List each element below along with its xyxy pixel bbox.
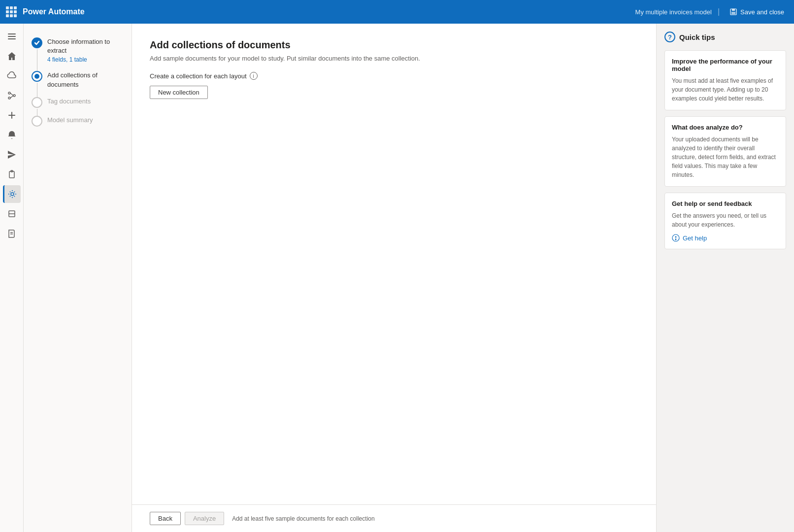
- svg-rect-5: [8, 38, 16, 39]
- tip-card-1: Improve the performance of your model Yo…: [664, 50, 786, 110]
- app-title: Power Automate: [23, 7, 85, 16]
- sidebar-clipboard-button[interactable]: [3, 166, 21, 183]
- page-subtitle: Add sample documents for your model to s…: [150, 55, 638, 62]
- sidebar-scan-button[interactable]: [3, 205, 21, 223]
- bottom-bar: Back Analyze Add at least five sample do…: [132, 504, 656, 532]
- analyze-button: Analyze: [185, 512, 224, 525]
- save-close-button[interactable]: Save and close: [726, 6, 788, 18]
- sidebar-send-button[interactable]: [3, 146, 21, 164]
- step-3-circle: [32, 97, 42, 108]
- svg-line-10: [10, 96, 13, 98]
- step-3-text: Tag documents: [47, 97, 124, 106]
- waffle-icon[interactable]: [6, 6, 17, 17]
- tip-card-3-text: Get the answers you need, or tell us abo…: [672, 211, 779, 229]
- step-1-sub: 4 fields, 1 table: [47, 56, 124, 63]
- info-icon[interactable]: i: [250, 72, 258, 80]
- sidebar-menu-button[interactable]: [3, 28, 21, 45]
- sidebar-icons: [0, 24, 24, 532]
- step-1-name: Choose information to extract: [47, 37, 124, 55]
- topbar-right: My multiple invoices model | Save and cl…: [635, 6, 788, 18]
- tip-card-3: Get help or send feedback Get the answer…: [664, 193, 786, 249]
- section-label-text: Create a collection for each layout: [150, 72, 247, 80]
- tip-card-2: What does analyze do? Your uploaded docu…: [664, 116, 786, 187]
- tip-card-3-title: Get help or send feedback: [672, 200, 779, 207]
- step-3-name: Tag documents: [47, 97, 124, 106]
- step-2-name: Add collections of documents: [47, 71, 124, 89]
- svg-point-15: [11, 193, 14, 196]
- app-grid: Power Automate: [6, 6, 85, 17]
- topbar-separator: |: [718, 7, 720, 16]
- save-icon: [729, 8, 737, 16]
- svg-rect-13: [9, 171, 14, 178]
- svg-rect-22: [675, 238, 676, 240]
- svg-rect-12: [8, 115, 15, 116]
- content-main: Add collections of documents Add sample …: [132, 24, 656, 504]
- tip-card-2-title: What does analyze do?: [672, 124, 779, 131]
- tip-card-2-text: Your uploaded documents will be analyzed…: [672, 135, 779, 179]
- svg-rect-1: [732, 9, 735, 11]
- svg-point-8: [8, 97, 10, 99]
- svg-rect-2: [731, 12, 735, 14]
- svg-rect-4: [8, 36, 16, 37]
- step-2-circle: [32, 71, 42, 82]
- new-collection-button[interactable]: New collection: [150, 86, 208, 99]
- topbar: Power Automate My multiple invoices mode…: [0, 0, 794, 24]
- main-layout: Choose information to extract 4 fields, …: [0, 24, 794, 532]
- svg-point-6: [8, 92, 10, 94]
- get-help-icon: [672, 234, 680, 242]
- step-4-circle: [32, 116, 42, 127]
- bottom-hint: Add at least five sample documents for e…: [232, 515, 375, 522]
- tip-card-1-text: You must add at least five examples of y…: [672, 76, 779, 103]
- section-label: Create a collection for each layout i: [150, 72, 638, 80]
- quick-tips-title: Quick tips: [679, 33, 715, 41]
- page-title: Add collections of documents: [150, 39, 638, 51]
- tip-card-1-title: Improve the performance of your model: [672, 58, 779, 72]
- step-1-circle: [32, 37, 42, 48]
- step-2[interactable]: Add collections of documents: [32, 67, 124, 93]
- content-area: Add collections of documents Add sample …: [132, 24, 656, 532]
- model-name-label: My multiple invoices model: [635, 8, 712, 16]
- sidebar-book-button[interactable]: [3, 225, 21, 242]
- step-2-text: Add collections of documents: [47, 71, 124, 89]
- sidebar-home-button[interactable]: [3, 47, 21, 65]
- get-help-label: Get help: [683, 234, 707, 242]
- steps-panel: Choose information to extract 4 fields, …: [24, 24, 132, 532]
- svg-line-9: [10, 93, 13, 96]
- step-4-text: Model summary: [47, 116, 124, 125]
- sidebar-add-button[interactable]: [3, 106, 21, 124]
- sidebar-notifications-button[interactable]: [3, 126, 21, 144]
- step-1[interactable]: Choose information to extract 4 fields, …: [32, 33, 124, 67]
- step-4: Model summary: [32, 112, 124, 131]
- quick-tips-panel: ? Quick tips Improve the performance of …: [656, 24, 794, 532]
- svg-point-21: [675, 236, 677, 238]
- step-4-name: Model summary: [47, 116, 124, 125]
- step-1-text: Choose information to extract 4 fields, …: [47, 37, 124, 63]
- step-3: Tag documents: [32, 93, 124, 112]
- sidebar-aimodel-button[interactable]: [3, 185, 21, 203]
- svg-rect-3: [8, 33, 16, 34]
- back-button[interactable]: Back: [150, 512, 181, 525]
- save-close-label: Save and close: [740, 8, 784, 16]
- svg-point-7: [13, 95, 15, 97]
- sidebar-flows-button[interactable]: [3, 87, 21, 104]
- quick-tips-header: ? Quick tips: [664, 32, 786, 42]
- get-help-link[interactable]: Get help: [672, 234, 779, 242]
- sidebar-cloud-button[interactable]: [3, 67, 21, 85]
- tips-question-icon: ?: [664, 32, 675, 42]
